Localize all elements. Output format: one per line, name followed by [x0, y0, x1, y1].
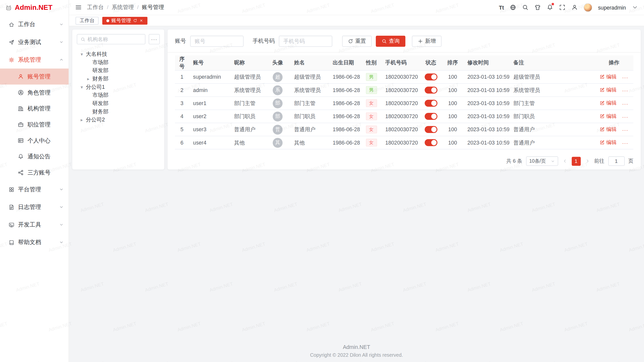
- search-icon[interactable]: [522, 4, 529, 11]
- cell-gender: 男: [361, 70, 381, 83]
- edit-button[interactable]: 编辑: [600, 113, 617, 120]
- edit-button[interactable]: 编辑: [600, 86, 617, 94]
- tree-node[interactable]: ▾ 分公司1: [77, 83, 160, 91]
- add-button[interactable]: 新增: [412, 35, 442, 47]
- more-actions-button[interactable]: ···: [622, 127, 628, 133]
- tree-caret-icon[interactable]: ▾: [79, 84, 84, 90]
- goto-page-input[interactable]: [608, 156, 624, 166]
- sidebar-item-platform-management[interactable]: 平台管理: [0, 180, 69, 198]
- reset-button[interactable]: 重置: [342, 35, 372, 47]
- menu-collapse-icon[interactable]: [75, 4, 82, 11]
- sidebar-item-position-management[interactable]: 职位管理: [0, 117, 69, 133]
- next-page-button[interactable]: [584, 156, 590, 166]
- table-row[interactable]: 4 user2 部门职员 部 部门职员 1986-06-28 女 1802003…: [175, 110, 633, 123]
- user-settings-icon[interactable]: [571, 4, 578, 11]
- status-toggle[interactable]: [424, 113, 437, 120]
- cell-status: [420, 70, 442, 83]
- font-size-icon[interactable]: Tt: [499, 4, 504, 10]
- breadcrumb-item[interactable]: 工作台: [87, 4, 104, 11]
- sidebar-item-third-party-account[interactable]: 三方账号: [0, 165, 69, 181]
- table-row[interactable]: 3 user1 部门主管 部 部门主管 1986-06-28 女 1802003…: [175, 97, 633, 110]
- language-icon[interactable]: [510, 4, 516, 11]
- tab-workbench[interactable]: 工作台: [75, 17, 98, 24]
- tree-node[interactable]: 研发部: [77, 66, 160, 75]
- cell-birthdate: 1986-06-28: [329, 97, 361, 110]
- sidebar-item-notice[interactable]: 通知公告: [0, 149, 69, 165]
- sidebar-item-personal-center[interactable]: 个人中心: [0, 132, 69, 149]
- sidebar-item-account-management[interactable]: 账号管理: [0, 69, 69, 85]
- close-tab-icon[interactable]: [139, 18, 143, 22]
- toggle-knob: [431, 87, 436, 93]
- table-row[interactable]: 5 user3 普通用户 普 普通用户 1986-06-28 女 1802003…: [175, 123, 633, 136]
- topbar-actions: Tt superadmin: [499, 3, 638, 12]
- cell-remark: 部门职员: [509, 110, 595, 123]
- sidebar-item-org-management[interactable]: 机构管理: [0, 101, 69, 117]
- more-actions-button[interactable]: ···: [622, 75, 628, 81]
- sidebar-item-role-management[interactable]: 角色管理: [0, 84, 69, 101]
- username[interactable]: superadmin: [598, 4, 626, 10]
- page-size-select[interactable]: 10条/页: [526, 156, 558, 166]
- search-button[interactable]: 查询: [376, 35, 406, 47]
- sidebar-item-help-docs[interactable]: 帮助文档: [0, 234, 69, 251]
- main-area: 工作台/系统管理/账号管理 Tt superadmin 工作台: [69, 0, 644, 362]
- cell-remark: 普通用户: [509, 123, 595, 136]
- sidebar-item-system-management[interactable]: 系统管理: [0, 51, 69, 68]
- tree-caret-icon[interactable]: ▾: [79, 52, 84, 57]
- tree-node[interactable]: 市场部: [77, 58, 160, 67]
- prev-page-button[interactable]: [562, 156, 568, 166]
- tree-node[interactable]: 研发部: [77, 99, 160, 108]
- edit-button[interactable]: 编辑: [600, 126, 617, 133]
- cell-avatar: 部: [265, 97, 290, 110]
- tab-account-management[interactable]: 账号管理: [102, 17, 148, 24]
- cell-status: [420, 97, 442, 110]
- edit-button[interactable]: 编辑: [600, 73, 617, 80]
- edit-button[interactable]: 编辑: [600, 139, 617, 146]
- account-input[interactable]: [190, 35, 244, 47]
- sidebar-item-dev-tools[interactable]: 开发工具: [0, 216, 69, 234]
- more-actions-button[interactable]: ···: [622, 114, 628, 120]
- search-icon: [382, 38, 387, 44]
- status-toggle[interactable]: [424, 126, 437, 133]
- table-row[interactable]: 6 user4 其他 其 其他 1986-06-28 女 18020030720…: [175, 136, 633, 149]
- status-toggle[interactable]: [424, 87, 437, 94]
- tree-node[interactable]: 市场部: [77, 91, 160, 99]
- tree-more-button[interactable]: ···: [149, 34, 160, 44]
- sidebar-item-label: 工作台: [18, 21, 35, 28]
- sidebar-item-business-test[interactable]: 业务测试: [0, 33, 69, 51]
- cell-nickname: 部门主管: [230, 97, 265, 110]
- more-actions-button[interactable]: ···: [622, 101, 628, 107]
- user-avatar[interactable]: [584, 3, 592, 12]
- notification-button[interactable]: [547, 4, 553, 11]
- cell-status: [420, 110, 442, 123]
- phone-input[interactable]: [279, 35, 332, 47]
- tree-node[interactable]: ▸ 财务部: [77, 75, 160, 83]
- tree-node[interactable]: 财务部: [77, 108, 160, 116]
- cell-index: 4: [175, 110, 189, 123]
- status-toggle[interactable]: [424, 100, 437, 107]
- tree-node[interactable]: ▸ 分公司2: [77, 116, 160, 124]
- sidebar-item-log-management[interactable]: 日志管理: [0, 198, 69, 216]
- edit-button[interactable]: 编辑: [600, 100, 617, 107]
- theme-icon[interactable]: [534, 4, 541, 11]
- table-row[interactable]: 1 superadmin 超级管理员 超 超级管理员 1986-06-28 男 …: [175, 70, 633, 83]
- table-row[interactable]: 2 admin 系统管理员 系 系统管理员 1986-06-28 男 18020…: [175, 83, 633, 97]
- cell-birthdate: 1986-06-28: [329, 136, 361, 149]
- status-toggle[interactable]: [424, 73, 437, 80]
- page-number[interactable]: 1: [572, 157, 581, 166]
- breadcrumb-item[interactable]: 系统管理: [112, 4, 134, 11]
- logo[interactable]: Admin.NET: [0, 0, 69, 16]
- refresh-tab-icon[interactable]: [133, 18, 137, 22]
- tree-caret-icon[interactable]: ▸: [86, 76, 91, 81]
- org-search-input[interactable]: [88, 36, 142, 42]
- more-actions-button[interactable]: ···: [622, 141, 628, 146]
- column-header: 姓名: [290, 55, 329, 70]
- tree-node[interactable]: ▾ 大名科技: [77, 50, 160, 58]
- sidebar-item-workbench[interactable]: 工作台: [0, 16, 69, 33]
- more-actions-button[interactable]: ···: [622, 88, 628, 94]
- tree-caret-icon[interactable]: ▸: [79, 117, 84, 122]
- chevron-down-icon[interactable]: [632, 4, 638, 11]
- cell-gender: 女: [361, 123, 381, 136]
- fullscreen-icon[interactable]: [559, 4, 566, 11]
- terminal-icon: [9, 222, 14, 228]
- status-toggle[interactable]: [424, 139, 437, 146]
